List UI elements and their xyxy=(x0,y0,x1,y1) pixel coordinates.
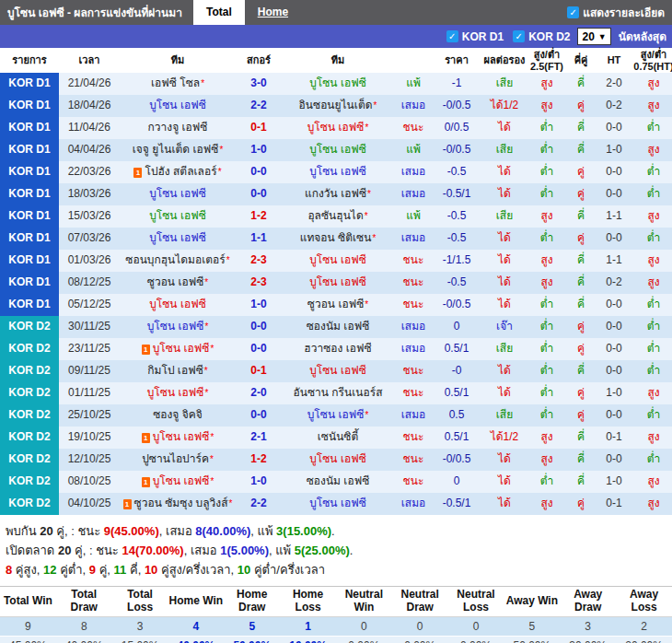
tab-home[interactable]: Home xyxy=(245,0,301,25)
team-name[interactable]: เอฟซี โซล xyxy=(151,77,200,90)
card-icon: 1 xyxy=(123,499,132,509)
stats-percent-cell: 0.00% xyxy=(392,636,448,643)
team-name[interactable]: อุลซันฮุนได xyxy=(307,210,363,223)
match-date: 08/10/25 xyxy=(59,471,120,493)
team-name[interactable]: บูโซน เอฟซี xyxy=(149,210,206,223)
odd-even: คี่ xyxy=(565,250,597,272)
checkbox-checked-icon[interactable]: ✓ xyxy=(446,30,458,42)
team-name[interactable]: บูโซน เอฟซี xyxy=(147,387,204,400)
handicap-price: -0.5 xyxy=(433,205,481,228)
stats-value-cell: 0 xyxy=(392,616,448,636)
team-name[interactable]: ปูซานไอปาร์ค xyxy=(142,453,209,466)
team-name[interactable]: บูโซน เอฟซี xyxy=(309,144,366,157)
team-name[interactable]: บูโซน เอฟซี xyxy=(149,298,206,311)
handicap-result: ได้ xyxy=(481,382,528,404)
over-under-ht: สูง xyxy=(631,205,672,228)
over-under-ft: สูง xyxy=(528,493,565,515)
ft-score: 1-0 xyxy=(236,294,282,316)
team-name[interactable]: บูโซน เอฟซี xyxy=(153,343,210,356)
checkbox-checked-icon[interactable]: ✓ xyxy=(513,30,525,42)
ht-score: 0-0 xyxy=(597,228,631,250)
stats-header-cell: Away Win xyxy=(504,587,560,617)
team-name[interactable]: บูโซน เอฟซี xyxy=(309,365,366,378)
team-name[interactable]: โปฮัง สตีลเลอร์ xyxy=(145,166,216,179)
team-name[interactable]: ซูวอน ซัมซุง บลูวิงส์ xyxy=(134,497,228,510)
page: บูโซน เอฟซี - ผลการแข่งขันที่ผ่านมา Tota… xyxy=(0,0,672,643)
team-name[interactable]: แกงวัน เอฟซี xyxy=(305,188,366,201)
team-name[interactable]: บูโซน เอฟซี xyxy=(307,409,365,422)
team-name[interactable]: บูโซน เอฟซี xyxy=(309,497,366,510)
over-under-ft: สูง xyxy=(528,449,565,471)
team-name[interactable]: ซูวอน เอฟซี xyxy=(307,298,365,311)
away-team: อินซอนยูไนเต็ด* xyxy=(282,95,394,117)
stats-header-row: Total WinTotal DrawTotal LossHome WinHom… xyxy=(0,587,672,617)
team-name[interactable]: บูโซน เอฟซี xyxy=(309,453,366,466)
match-result: ชนะ xyxy=(394,294,433,316)
team-name[interactable]: ซองนัม เอฟซี xyxy=(307,475,370,488)
team-name[interactable]: บูโซน เอฟซี xyxy=(153,431,210,444)
odd-even: คี่ xyxy=(565,360,597,382)
team-name[interactable]: เซนันซิตี้ xyxy=(318,431,359,444)
team-name[interactable]: ฮวาซอง เอฟซี xyxy=(304,343,371,356)
away-team: บูโซน เอฟซี xyxy=(282,73,394,95)
team-name[interactable]: บูโซน เอฟซี xyxy=(309,166,366,179)
home-team: 1บูโซน เอฟซี* xyxy=(120,427,236,449)
team-name[interactable]: บูโซน เอฟซี xyxy=(153,475,210,488)
team-name[interactable]: กวางจู เอฟซี xyxy=(148,122,208,134)
match-date: 01/03/26 xyxy=(59,250,120,272)
match-count-select[interactable]: 20 ▼ xyxy=(577,28,610,45)
team-name[interactable]: แทจอน ซิติเซน xyxy=(300,232,372,245)
column-header: ทีม xyxy=(120,54,236,66)
handicap-result: ได้ xyxy=(481,228,528,250)
ht-score: 1-0 xyxy=(597,471,631,493)
team-name[interactable]: บูโซน เอฟซี xyxy=(309,77,366,90)
match-date: 08/12/25 xyxy=(59,272,120,294)
league-badge: KOR D2 xyxy=(0,471,59,493)
summary-segment: คู่, : ชนะ xyxy=(53,524,104,538)
league-filter-kor-d1[interactable]: ✓KOR D1 xyxy=(446,30,504,43)
team-name[interactable]: เจจู ยูไนเต็ด เอฟซี xyxy=(133,144,219,157)
ft-score: 2-2 xyxy=(236,493,282,515)
team-name[interactable]: อินซอนยูไนเต็ด xyxy=(299,99,373,112)
table-row: KOR D204/10/251ซูวอน ซัมซุง บลูวิงส์*2-2… xyxy=(0,493,672,515)
league-filter-kor-d2[interactable]: ✓KOR D2 xyxy=(513,30,570,43)
away-team: อุลซันฮุนได* xyxy=(282,205,394,228)
ft-score: 0-0 xyxy=(236,338,282,360)
match-date: 18/03/26 xyxy=(59,183,120,205)
match-date: 21/04/26 xyxy=(59,73,120,95)
match-result: เสมอ xyxy=(394,228,433,250)
summary-line: 8 คู่สูง, 12 คู่ต่ำ, 9 คู่, 11 คี่, 10 ค… xyxy=(6,561,666,579)
checkbox-checked-icon[interactable]: ✓ xyxy=(567,6,579,18)
team-name[interactable]: บูโซน เอฟซี xyxy=(147,321,204,333)
match-result: เสมอ xyxy=(394,161,433,183)
table-row: KOR D104/04/26เจจู ยูไนเต็ด เอฟซี*1-0บูโ… xyxy=(0,139,672,161)
page-title: บูโซน เอฟซี - ผลการแข่งขันที่ผ่านมา xyxy=(0,4,193,21)
over-under-ht: ต่ำ xyxy=(631,294,672,316)
team-name[interactable]: บูโซน เอฟซี xyxy=(149,188,206,201)
match-result: ชนะ xyxy=(394,382,433,404)
team-name[interactable]: บูโซน เอฟซี xyxy=(309,254,366,267)
summary-segment: 9 xyxy=(89,563,96,577)
card-icon: 1 xyxy=(142,345,150,355)
stats-percent-cell: 15.00% xyxy=(112,636,168,643)
tab-total[interactable]: Total xyxy=(193,0,245,25)
tabs: TotalHome xyxy=(193,0,301,25)
table-row: KOR D111/04/26กวางจู เอฟซี0-1บูโซน เอฟซี… xyxy=(0,117,672,139)
home-team: บูโซน เอฟซี xyxy=(120,294,236,316)
details-toggle[interactable]: ✓ แสดงรายละเอียด xyxy=(567,4,672,21)
team-name[interactable]: กิมโป เอฟซี xyxy=(147,365,203,378)
team-name[interactable]: บูโซน เอฟซี xyxy=(149,232,206,245)
team-name[interactable]: บูโซน เอฟซี xyxy=(309,276,366,289)
stats-value-cell: 3 xyxy=(112,616,168,636)
team-name[interactable]: บูโซน เอฟซี xyxy=(307,122,365,134)
ft-score: 2-2 xyxy=(236,95,282,117)
team-name[interactable]: อันซาน กรีนเนอร์ส xyxy=(293,387,382,400)
team-name[interactable]: ซองจู จิคจิ xyxy=(153,409,203,422)
team-name[interactable]: บูโซน เอฟซี xyxy=(149,99,206,112)
team-name[interactable]: ซองนัม เอฟซี xyxy=(307,321,370,333)
handicap-price: 0/0.5 xyxy=(433,117,481,139)
team-name[interactable]: ซูวอน เอฟซี xyxy=(147,276,204,289)
handicap-result: ได้ xyxy=(481,493,528,515)
handicap-result: ได้ xyxy=(481,183,528,205)
team-name[interactable]: ซอนบุกฮุนไดมอเตอร์ xyxy=(125,254,225,267)
